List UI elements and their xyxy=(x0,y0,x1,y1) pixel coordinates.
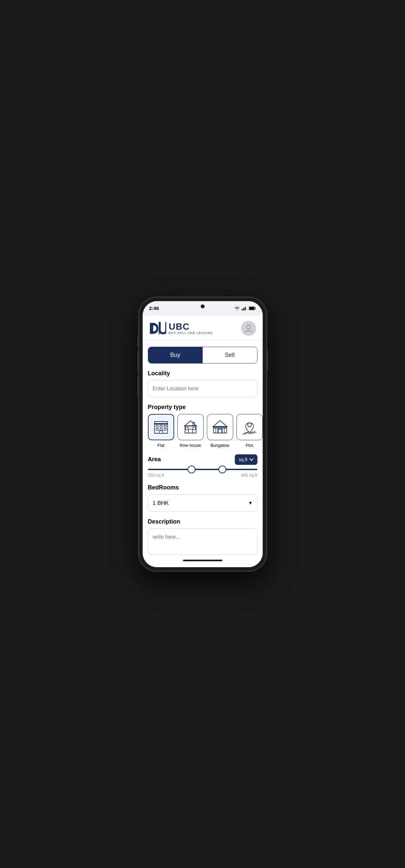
buy-tab[interactable]: Buy xyxy=(148,347,202,363)
svg-rect-15 xyxy=(156,428,158,430)
wifi-icon xyxy=(235,306,240,310)
bedrooms-select-wrapper: 1 BHK 2 BHK 3 BHK 4 BHK 5+ BHK ▼ xyxy=(148,494,257,512)
status-icons xyxy=(235,306,256,310)
bedrooms-label: BedRooms xyxy=(148,484,257,491)
plot-icon xyxy=(241,419,258,435)
battery-icon xyxy=(249,306,256,310)
svg-rect-17 xyxy=(164,428,166,430)
tab-container: Buy Sell xyxy=(148,347,257,364)
property-card-flat[interactable]: Flat xyxy=(148,414,174,448)
locality-label: Locality xyxy=(148,370,257,377)
svg-rect-18 xyxy=(159,431,163,433)
svg-point-33 xyxy=(248,423,252,427)
area-header: Area sq.ft xyxy=(148,454,257,465)
volume-down-btn xyxy=(137,376,139,397)
svg-rect-22 xyxy=(189,429,192,433)
flat-label: Flat xyxy=(157,443,165,448)
slider-values: 250 sq.ft 400 sq.ft xyxy=(148,473,257,477)
slider-track xyxy=(148,469,257,470)
sell-tab[interactable]: Sell xyxy=(202,347,257,363)
bungalow-icon-box xyxy=(207,414,233,440)
description-label: Description xyxy=(148,518,257,525)
side-buttons-right xyxy=(267,350,268,371)
side-buttons-left xyxy=(137,337,139,397)
dropdown-arrow-icon xyxy=(250,458,253,461)
svg-marker-19 xyxy=(184,421,197,426)
screen-content: UBC BUY SELL AND LEASING Buy Sell Locali… xyxy=(143,316,263,567)
silent-switch xyxy=(137,337,139,347)
flat-icon xyxy=(153,419,169,435)
svg-rect-13 xyxy=(160,425,162,427)
unit-label: sq.ft xyxy=(239,457,247,462)
svg-rect-23 xyxy=(186,428,188,430)
description-input[interactable] xyxy=(148,528,257,555)
home-bar xyxy=(183,560,222,561)
slider-thumb-right[interactable] xyxy=(218,465,226,473)
unit-dropdown-button[interactable]: sq.ft xyxy=(235,454,257,465)
logo-container: UBC BUY SELL AND LEASING xyxy=(149,321,213,335)
svg-rect-14 xyxy=(164,425,166,427)
svg-rect-5 xyxy=(249,307,254,310)
rowhouse-icon-box xyxy=(178,414,204,440)
bungalow-label: Bungalow xyxy=(211,443,229,448)
location-input[interactable] xyxy=(148,380,257,397)
logo-tagline-text: BUY SELL AND LEASING xyxy=(169,331,213,335)
phone-frame: 2:46 xyxy=(139,297,267,571)
property-type-grid: Flat xyxy=(143,414,263,448)
svg-marker-25 xyxy=(213,421,227,427)
power-btn xyxy=(267,350,268,371)
svg-rect-6 xyxy=(255,307,255,309)
svg-rect-16 xyxy=(160,428,162,430)
slider-max-value: 400 sq.ft xyxy=(241,473,257,477)
svg-rect-3 xyxy=(246,306,247,310)
rowhouse-label: Row house xyxy=(180,443,201,448)
slider-thumb-left[interactable] xyxy=(188,465,195,473)
camera xyxy=(201,304,205,308)
header: UBC BUY SELL AND LEASING xyxy=(143,316,263,340)
bungalow-icon xyxy=(212,419,228,435)
area-label: Area xyxy=(148,456,161,463)
logo-ubc-text: UBC xyxy=(169,322,213,331)
property-card-bungalow[interactable]: Bungalow xyxy=(207,414,233,448)
home-indicator xyxy=(143,556,263,565)
avatar-button[interactable] xyxy=(241,321,256,336)
flat-icon-box xyxy=(148,414,174,440)
property-card-rowhouse[interactable]: Row house xyxy=(178,414,204,448)
signal-icon xyxy=(242,306,247,310)
svg-rect-12 xyxy=(156,425,158,427)
svg-rect-0 xyxy=(242,309,243,310)
logo-icon xyxy=(149,321,166,335)
bedrooms-select[interactable]: 1 BHK 2 BHK 3 BHK 4 BHK 5+ BHK xyxy=(148,494,257,512)
phone-screen: 2:46 xyxy=(143,301,263,567)
svg-point-9 xyxy=(247,325,251,329)
svg-rect-20 xyxy=(185,426,196,433)
status-bar: 2:46 xyxy=(143,301,263,316)
area-slider: 250 sq.ft 400 sq.ft xyxy=(148,469,257,477)
user-icon xyxy=(244,324,253,333)
volume-up-btn xyxy=(137,351,139,372)
rowhouse-icon xyxy=(182,419,199,435)
plot-label: Plot xyxy=(246,443,253,448)
svg-rect-7 xyxy=(150,323,152,334)
svg-rect-2 xyxy=(245,307,246,310)
svg-rect-24 xyxy=(193,428,195,430)
plot-icon-box xyxy=(237,414,263,440)
property-type-label: Property type xyxy=(148,404,257,411)
slider-min-value: 250 sq.ft xyxy=(148,473,164,477)
logo-text-block: UBC BUY SELL AND LEASING xyxy=(169,322,213,335)
status-time: 2:46 xyxy=(149,305,159,311)
svg-rect-1 xyxy=(243,308,244,310)
property-card-plot[interactable]: Plot xyxy=(237,414,263,448)
svg-rect-8 xyxy=(159,322,159,335)
